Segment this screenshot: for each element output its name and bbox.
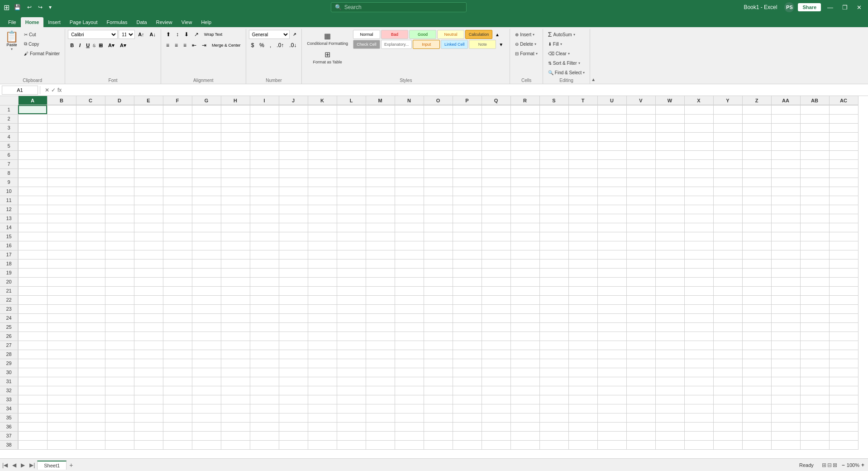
cell-V23[interactable]: [626, 304, 655, 313]
cell-Z23[interactable]: [742, 304, 771, 313]
cell-L26[interactable]: [337, 332, 366, 341]
cell-Z4[interactable]: [742, 132, 771, 141]
cell-AA3[interactable]: [771, 123, 800, 132]
cell-M38[interactable]: [366, 440, 395, 449]
cell-M13[interactable]: [366, 214, 395, 223]
cell-W14[interactable]: [655, 223, 684, 232]
cell-H25[interactable]: [221, 322, 250, 332]
cell-T28[interactable]: [568, 350, 597, 359]
cell-AA28[interactable]: [771, 350, 800, 359]
cell-D12[interactable]: [105, 205, 134, 214]
cell-Q14[interactable]: [482, 223, 510, 232]
cell-N31[interactable]: [395, 377, 424, 386]
cell-Y22[interactable]: [713, 295, 742, 304]
cell-K7[interactable]: [308, 159, 337, 168]
cell-C6[interactable]: [76, 150, 105, 159]
cell-X17[interactable]: [684, 250, 713, 259]
cell-Y18[interactable]: [713, 259, 742, 268]
cell-AC33[interactable]: [829, 395, 858, 404]
cell-AB30[interactable]: [800, 368, 829, 377]
cell-G27[interactable]: [192, 341, 221, 350]
cell-AB2[interactable]: [800, 114, 829, 123]
cell-AA22[interactable]: [771, 295, 800, 304]
cell-D22[interactable]: [105, 295, 134, 304]
cell-AA35[interactable]: [771, 413, 800, 422]
cell-S10[interactable]: [539, 187, 568, 196]
cell-Y26[interactable]: [713, 332, 742, 341]
col-header-ac[interactable]: AC: [829, 96, 858, 105]
cell-L16[interactable]: [337, 241, 366, 250]
cell-W30[interactable]: [655, 368, 684, 377]
cell-D36[interactable]: [105, 422, 134, 431]
cell-AC24[interactable]: [829, 313, 858, 322]
cell-Q30[interactable]: [482, 368, 510, 377]
cell-I2[interactable]: [250, 114, 279, 123]
cell-X16[interactable]: [684, 241, 713, 250]
cell-U36[interactable]: [597, 422, 626, 431]
cell-M20[interactable]: [366, 277, 395, 286]
cell-U31[interactable]: [597, 377, 626, 386]
cell-AA24[interactable]: [771, 313, 800, 322]
cell-U32[interactable]: [597, 386, 626, 395]
cell-G5[interactable]: [192, 141, 221, 150]
cell-B26[interactable]: [47, 332, 76, 341]
cell-N5[interactable]: [395, 141, 424, 150]
cell-B10[interactable]: [47, 187, 76, 196]
cell-A6[interactable]: [18, 150, 47, 159]
col-header-w[interactable]: W: [655, 96, 684, 105]
cell-A7[interactable]: [18, 159, 47, 168]
cell-Q22[interactable]: [482, 295, 510, 304]
cell-B3[interactable]: [47, 123, 76, 132]
cell-N27[interactable]: [395, 341, 424, 350]
cell-Z30[interactable]: [742, 368, 771, 377]
row-header-24[interactable]: 24: [0, 313, 18, 322]
cell-X5[interactable]: [684, 141, 713, 150]
cell-Q13[interactable]: [482, 214, 510, 223]
cell-P14[interactable]: [453, 223, 482, 232]
cell-AC13[interactable]: [829, 214, 858, 223]
cell-R31[interactable]: [510, 377, 539, 386]
cell-N28[interactable]: [395, 350, 424, 359]
row-header-31[interactable]: 31: [0, 377, 18, 386]
cell-P32[interactable]: [453, 386, 482, 395]
cell-J37[interactable]: [279, 431, 308, 440]
cell-T25[interactable]: [568, 322, 597, 332]
cell-J27[interactable]: [279, 341, 308, 350]
cell-R33[interactable]: [510, 395, 539, 404]
cell-AC35[interactable]: [829, 413, 858, 422]
cell-S29[interactable]: [539, 359, 568, 368]
cell-AB21[interactable]: [800, 286, 829, 295]
cell-H9[interactable]: [221, 178, 250, 187]
cell-K24[interactable]: [308, 313, 337, 322]
cell-H34[interactable]: [221, 404, 250, 413]
cell-U7[interactable]: [597, 159, 626, 168]
cell-A37[interactable]: [18, 431, 47, 440]
col-header-d[interactable]: D: [105, 96, 134, 105]
border-button[interactable]: ⊞: [96, 41, 105, 50]
col-header-f[interactable]: F: [163, 96, 192, 105]
cell-A2[interactable]: [18, 114, 47, 123]
cell-A17[interactable]: [18, 250, 47, 259]
col-header-n[interactable]: N: [395, 96, 424, 105]
row-header-14[interactable]: 14: [0, 223, 18, 232]
cell-H22[interactable]: [221, 295, 250, 304]
cell-W31[interactable]: [655, 377, 684, 386]
cell-R27[interactable]: [510, 341, 539, 350]
cell-V37[interactable]: [626, 431, 655, 440]
cell-T38[interactable]: [568, 440, 597, 449]
cell-AC32[interactable]: [829, 386, 858, 395]
cell-H23[interactable]: [221, 304, 250, 313]
cell-C5[interactable]: [76, 141, 105, 150]
cell-W19[interactable]: [655, 268, 684, 277]
cell-A3[interactable]: [18, 123, 47, 132]
cell-E15[interactable]: [134, 232, 163, 241]
cell-R10[interactable]: [510, 187, 539, 196]
cell-L7[interactable]: [337, 159, 366, 168]
styles-scroll-down-button[interactable]: ▼: [497, 40, 505, 49]
cell-Q17[interactable]: [482, 250, 510, 259]
cell-K6[interactable]: [308, 150, 337, 159]
cell-N12[interactable]: [395, 205, 424, 214]
cell-N18[interactable]: [395, 259, 424, 268]
cell-J17[interactable]: [279, 250, 308, 259]
cell-O37[interactable]: [424, 431, 453, 440]
